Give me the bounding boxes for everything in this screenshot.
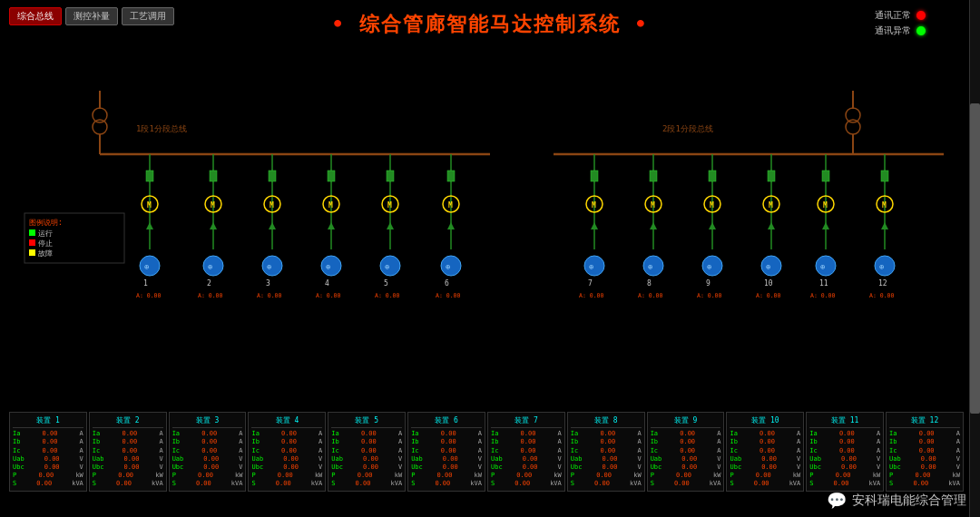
panel-row-Ib: Ib0.00A xyxy=(172,438,243,446)
svg-text:图例说明:: 图例说明: xyxy=(29,219,63,227)
svg-marker-14 xyxy=(146,222,153,229)
svg-text:6: 6 xyxy=(445,279,449,288)
panel-row-Ib: Ib0.00A xyxy=(730,438,800,446)
panel-row-Ic: Ic0.00A xyxy=(809,447,880,455)
svg-text:M: M xyxy=(651,201,655,210)
panel-row-S: S0.00kVA xyxy=(571,480,642,488)
svg-text:⊕: ⊕ xyxy=(385,262,389,271)
svg-rect-56 xyxy=(768,171,775,181)
panel-row-S: S0.00kVA xyxy=(331,480,402,488)
panel-row-P: P0.00kW xyxy=(172,472,243,480)
svg-text:A: 0.00: A: 0.00 xyxy=(810,292,835,299)
svg-point-76 xyxy=(321,256,341,276)
panel-row-S: S0.00kVA xyxy=(730,480,800,488)
svg-point-74 xyxy=(262,256,282,276)
panel-row-P: P0.00kW xyxy=(809,472,880,480)
panel-row-Ubc: Ubc0.00V xyxy=(730,463,800,472)
left-bus-label: 1段1分段总线 xyxy=(136,124,187,133)
panel-row-Ic: Ic0.00A xyxy=(13,447,83,455)
svg-text:⊕: ⊕ xyxy=(208,262,212,271)
scroll-thumb[interactable] xyxy=(970,103,980,414)
status-offline-indicator xyxy=(916,26,926,35)
svg-rect-122 xyxy=(29,239,35,246)
svg-text:M: M xyxy=(448,201,453,210)
panel-row-S: S0.00kVA xyxy=(651,480,721,488)
panel-row-Ubc: Ubc0.00V xyxy=(93,463,163,472)
panel-row-Ib: Ib0.00A xyxy=(411,438,482,446)
page-title: • 综合管廊智能马达控制系统 • xyxy=(332,11,649,38)
svg-text:⊕: ⊕ xyxy=(267,262,271,271)
svg-rect-41 xyxy=(591,171,598,181)
panel-title-6: 装置 6 xyxy=(411,415,482,428)
toolbar-btn-measure[interactable]: 测控补量 xyxy=(65,7,118,25)
panel-title-10: 装置 10 xyxy=(730,415,800,428)
svg-marker-24 xyxy=(269,222,276,229)
svg-text:A: 0.00: A: 0.00 xyxy=(579,292,603,299)
panel-row-Ic: Ic0.00A xyxy=(889,447,960,455)
svg-text:1: 1 xyxy=(143,279,148,288)
panel-row-Ia: Ia0.00A xyxy=(13,430,83,438)
svg-rect-120 xyxy=(29,229,35,236)
svg-point-72 xyxy=(203,256,223,276)
panel-row-Ib: Ib0.00A xyxy=(331,438,402,446)
panel-row-Ib: Ib0.00A xyxy=(93,438,163,446)
svg-text:M: M xyxy=(387,201,392,210)
svg-text:A: 0.00: A: 0.00 xyxy=(436,292,460,299)
panel-row-Uab: Uab0.00V xyxy=(251,455,322,463)
panel-4: 装置 4Ia0.00AIb0.00AIc0.00AUab0.00VUbc0.00… xyxy=(248,412,326,492)
panel-row-Uab: Uab0.00V xyxy=(809,455,880,463)
svg-text:5: 5 xyxy=(384,279,388,288)
panel-8: 装置 8Ia0.00AIb0.00AIc0.00AUab0.00VUbc0.00… xyxy=(567,412,645,492)
panel-row-Ubc: Ubc0.00V xyxy=(251,463,322,472)
panel-row-Uab: Uab0.00V xyxy=(411,455,482,463)
panel-row-Ic: Ic0.00A xyxy=(491,447,562,455)
panel-row-Uab: Uab0.00V xyxy=(172,455,243,463)
panel-5: 装置 5Ia0.00AIb0.00AIc0.00AUab0.00VUbc0.00… xyxy=(328,412,406,492)
svg-rect-31 xyxy=(387,171,394,181)
panel-row-Ib: Ib0.00A xyxy=(13,438,83,446)
svg-text:9: 9 xyxy=(706,279,710,288)
panel-row-Ib: Ib0.00A xyxy=(491,438,562,446)
panel-row-Ib: Ib0.00A xyxy=(809,438,880,446)
svg-marker-69 xyxy=(881,222,888,229)
svg-text:8: 8 xyxy=(647,279,652,288)
panel-row-Uab: Uab0.00V xyxy=(491,455,562,463)
panel-1: 装置 1Ia0.00AIb0.00AIc0.00AUab0.00VUbc0.00… xyxy=(9,412,87,492)
svg-marker-64 xyxy=(822,222,829,229)
toolbar-btn-main[interactable]: 综合总线 xyxy=(9,7,62,25)
panel-title-11: 装置 11 xyxy=(809,415,880,428)
watermark: 💬 安科瑞电能综合管理 xyxy=(827,491,966,510)
scrollbar[interactable] xyxy=(969,0,980,517)
panel-row-Ib: Ib0.00A xyxy=(651,438,721,446)
panel-row-Ia: Ia0.00A xyxy=(93,430,163,438)
svg-marker-44 xyxy=(591,222,598,229)
panel-row-P: P0.00kW xyxy=(889,472,960,480)
svg-point-90 xyxy=(816,256,836,276)
panel-7: 装置 7Ia0.00AIb0.00AIc0.00AUab0.00VUbc0.00… xyxy=(487,412,565,492)
panel-title-7: 装置 7 xyxy=(491,415,562,428)
svg-marker-34 xyxy=(387,222,394,229)
svg-rect-61 xyxy=(822,171,829,181)
svg-rect-51 xyxy=(709,171,716,181)
panel-row-Ic: Ic0.00A xyxy=(651,447,721,455)
panel-row-Ia: Ia0.00A xyxy=(730,430,800,438)
svg-marker-49 xyxy=(650,222,657,229)
toolbar-btn-process[interactable]: 工艺调用 xyxy=(122,7,174,25)
svg-text:M: M xyxy=(328,201,333,210)
svg-rect-66 xyxy=(881,171,888,181)
panel-row-Ic: Ic0.00A xyxy=(251,447,322,455)
panel-row-S: S0.00kVA xyxy=(889,480,960,488)
panel-row-Ic: Ic0.00A xyxy=(571,447,642,455)
panel-row-Uab: Uab0.00V xyxy=(651,455,721,463)
svg-text:11: 11 xyxy=(819,279,828,288)
panel-row-Ib: Ib0.00A xyxy=(251,438,322,446)
svg-text:10: 10 xyxy=(764,279,773,288)
svg-rect-21 xyxy=(269,171,276,181)
svg-text:⊕: ⊕ xyxy=(766,262,770,271)
svg-text:⊕: ⊕ xyxy=(446,262,450,271)
panel-row-Ubc: Ubc0.00V xyxy=(889,463,960,472)
svg-rect-11 xyxy=(146,171,153,181)
panel-row-P: P0.00kW xyxy=(331,472,402,480)
panel-row-P: P0.00kW xyxy=(651,472,721,480)
svg-point-92 xyxy=(875,256,895,276)
